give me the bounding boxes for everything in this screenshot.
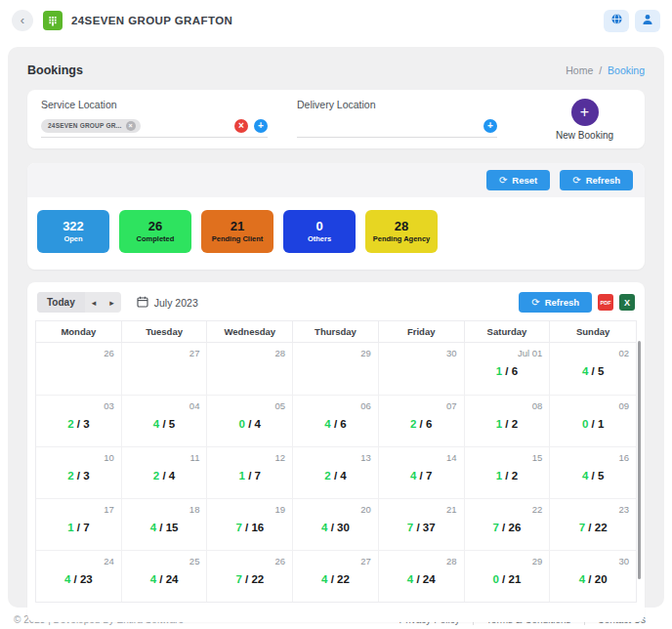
- next-month-button[interactable]: ▸: [103, 293, 121, 313]
- cell-count-black: 2: [512, 418, 518, 430]
- calendar-cell-19[interactable]: 197 / 16: [207, 498, 293, 550]
- cell-date: 05: [275, 400, 286, 411]
- cell-booking-counts[interactable]: 2 / 6: [379, 418, 464, 430]
- add-service-location-button[interactable]: +: [254, 119, 268, 133]
- calendar-cell-10[interactable]: 102 / 3: [36, 446, 122, 498]
- cell-date: 24: [104, 556, 114, 566]
- cell-booking-counts[interactable]: 2 / 3: [36, 418, 121, 430]
- calendar-cell-06[interactable]: 064 / 6: [293, 395, 379, 446]
- service-location-tag[interactable]: 24SEVEN GROUP GR... ×: [41, 119, 141, 133]
- cell-booking-counts[interactable]: 4 / 5: [550, 365, 636, 377]
- service-location-input[interactable]: 24SEVEN GROUP GR... × × +: [41, 116, 268, 138]
- globe-button[interactable]: [604, 10, 629, 32]
- calendar-cell-20[interactable]: 204 / 30: [293, 498, 379, 550]
- cell-booking-counts[interactable]: 7 / 37: [379, 522, 464, 533]
- calendar-cell-30[interactable]: 304 / 20: [550, 550, 636, 602]
- calendar-cell-24[interactable]: 244 / 23: [36, 550, 122, 602]
- cell-booking-counts[interactable]: 4 / 22: [293, 573, 378, 585]
- cell-booking-counts[interactable]: 4 / 7: [379, 470, 464, 482]
- calendar-cell-25[interactable]: 254 / 24: [122, 550, 208, 602]
- breadcrumb-home[interactable]: Home: [566, 64, 593, 76]
- calendar-cell-28[interactable]: 284 / 24: [379, 550, 465, 602]
- refresh-button[interactable]: ⟳ Refresh: [560, 170, 633, 190]
- cell-booking-counts[interactable]: 7 / 22: [207, 573, 292, 585]
- user-button[interactable]: [635, 10, 660, 32]
- cell-booking-counts[interactable]: 1 / 7: [36, 522, 121, 533]
- calendar-cell-22[interactable]: 227 / 26: [465, 498, 551, 550]
- cell-booking-counts[interactable]: 2 / 3: [36, 470, 121, 482]
- calendar-cell-26[interactable]: 26: [36, 343, 122, 395]
- tag-remove-icon[interactable]: ×: [126, 121, 136, 131]
- cell-booking-counts[interactable]: 0 / 21: [465, 573, 550, 585]
- calendar-cell-27[interactable]: 27: [122, 343, 208, 395]
- export-excel-icon[interactable]: X: [619, 294, 635, 311]
- calendar-cell-29[interactable]: 290 / 21: [465, 550, 551, 602]
- stat-card-others[interactable]: 0Others: [283, 210, 356, 253]
- export-pdf-icon[interactable]: PDF: [598, 294, 613, 311]
- cell-booking-counts[interactable]: 1 / 6: [465, 365, 550, 377]
- calendar-cell-21[interactable]: 217 / 37: [379, 498, 465, 550]
- stat-value: 26: [148, 220, 162, 234]
- calendar-cell-29[interactable]: 29: [293, 343, 379, 395]
- cell-booking-counts[interactable]: 4 / 5: [122, 418, 207, 430]
- cell-booking-counts[interactable]: 4 / 23: [36, 573, 121, 585]
- calendar-cell-jul-01[interactable]: Jul 011 / 6: [465, 343, 551, 395]
- today-button[interactable]: Today: [37, 292, 85, 313]
- calendar-cell-23[interactable]: 237 / 22: [550, 498, 636, 550]
- calendar-cell-28[interactable]: 28: [207, 343, 293, 395]
- calendar-scrollbar[interactable]: [638, 341, 641, 579]
- calendar-cell-12[interactable]: 121 / 7: [207, 446, 293, 498]
- calendar-cell-15[interactable]: 151 / 2: [465, 446, 551, 498]
- calendar-cell-11[interactable]: 112 / 4: [122, 446, 208, 498]
- cell-booking-counts[interactable]: 1 / 2: [465, 470, 550, 482]
- calendar-cell-14[interactable]: 144 / 7: [379, 446, 465, 498]
- stat-card-pending-client[interactable]: 21Pending Client: [201, 210, 273, 253]
- cell-booking-counts[interactable]: 4 / 24: [379, 573, 464, 585]
- calendar-cell-03[interactable]: 032 / 3: [36, 395, 122, 446]
- cell-booking-counts[interactable]: 0 / 4: [207, 418, 292, 430]
- cell-booking-counts[interactable]: 4 / 24: [122, 573, 207, 585]
- cell-booking-counts[interactable]: 1 / 2: [465, 418, 550, 430]
- calendar-cell-27[interactable]: 274 / 22: [293, 550, 379, 602]
- stat-card-completed[interactable]: 26Completed: [119, 210, 191, 253]
- cell-booking-counts[interactable]: 7 / 22: [550, 522, 636, 533]
- calendar-cell-16[interactable]: 164 / 5: [550, 446, 636, 498]
- cell-count-separator: /: [499, 573, 509, 585]
- plus-icon: +: [580, 104, 589, 121]
- calendar-cell-26[interactable]: 267 / 22: [207, 550, 293, 602]
- calendar-cell-17[interactable]: 171 / 7: [36, 498, 122, 550]
- cell-booking-counts[interactable]: 4 / 6: [293, 418, 378, 430]
- page-title: Bookings: [27, 63, 83, 77]
- calendar-cell-08[interactable]: 081 / 2: [465, 395, 551, 446]
- reset-button[interactable]: ⟳ Reset: [486, 170, 550, 190]
- new-booking-button[interactable]: +: [571, 99, 599, 126]
- stat-label: Pending Client: [212, 234, 264, 243]
- calendar-cell-18[interactable]: 184 / 15: [122, 498, 208, 550]
- stat-card-pending-agency[interactable]: 28Pending Agency: [365, 210, 438, 253]
- calendar-cell-02[interactable]: 024 / 5: [550, 343, 636, 395]
- cell-booking-counts[interactable]: 4 / 30: [293, 522, 378, 533]
- calendar-cell-04[interactable]: 044 / 5: [122, 395, 208, 446]
- back-button[interactable]: ‹: [12, 10, 33, 31]
- calendar-cell-05[interactable]: 050 / 4: [207, 395, 293, 446]
- calendar-cell-07[interactable]: 072 / 6: [379, 395, 465, 446]
- calendar-cell-30[interactable]: 30: [379, 343, 465, 395]
- cell-booking-counts[interactable]: 0 / 1: [550, 418, 636, 430]
- calendar-cell-13[interactable]: 132 / 4: [293, 446, 379, 498]
- cell-booking-counts[interactable]: 7 / 16: [207, 522, 292, 533]
- cell-booking-counts[interactable]: 2 / 4: [122, 470, 207, 482]
- calendar-cell-09[interactable]: 090 / 1: [550, 395, 636, 446]
- clear-service-location-button[interactable]: ×: [234, 119, 248, 133]
- stat-card-open[interactable]: 322Open: [37, 210, 109, 253]
- prev-month-button[interactable]: ◂: [85, 293, 104, 313]
- cell-booking-counts[interactable]: 4 / 5: [550, 470, 636, 482]
- cell-booking-counts[interactable]: 4 / 20: [550, 573, 636, 585]
- cell-booking-counts[interactable]: 1 / 7: [207, 470, 292, 482]
- add-delivery-location-button[interactable]: +: [483, 119, 497, 133]
- cell-booking-counts[interactable]: 2 / 4: [293, 470, 378, 482]
- cell-booking-counts[interactable]: 7 / 26: [465, 522, 550, 533]
- delivery-location-input[interactable]: +: [297, 116, 497, 138]
- calendar-refresh-button[interactable]: ⟳ Refresh: [519, 292, 592, 313]
- cell-booking-counts[interactable]: 4 / 15: [122, 522, 207, 533]
- user-icon: [642, 14, 653, 28]
